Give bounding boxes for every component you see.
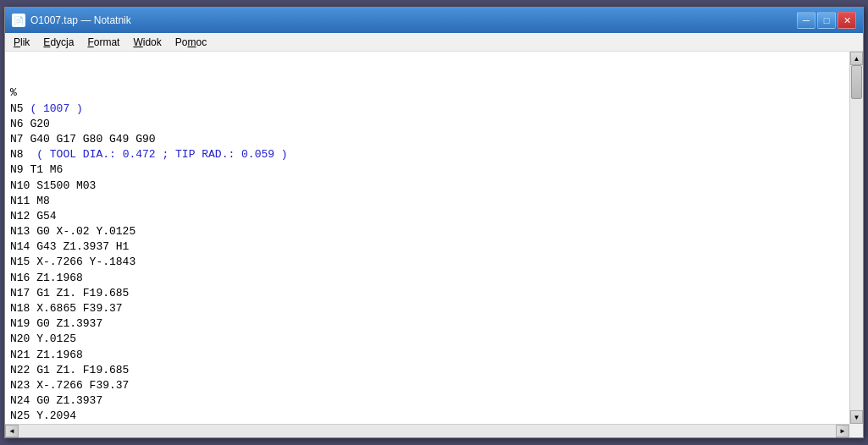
close-button[interactable]: ✕ xyxy=(838,12,856,29)
editor-line: N7 G40 G17 G80 G49 G90 xyxy=(10,132,844,147)
minimize-button[interactable]: ─ xyxy=(797,12,815,29)
menu-edycja[interactable]: Edycja xyxy=(36,33,80,51)
editor-line: % xyxy=(10,85,844,101)
editor-line: N14 G43 Z1.3937 H1 xyxy=(10,239,844,255)
editor-line: N24 G0 Z1.3937 xyxy=(10,393,844,409)
editor-line: N6 G20 xyxy=(10,117,844,132)
menu-bar: Plik Edycja Format Widok Pomoc xyxy=(5,33,863,52)
editor-line: N23 X-.7266 F39.37 xyxy=(10,378,844,393)
main-window: 📄 O1007.tap — Notatnik ─ □ ✕ Plik Edycja… xyxy=(4,7,864,438)
scroll-track-h[interactable] xyxy=(19,425,836,437)
scroll-corner xyxy=(849,424,863,437)
editor-line: N5 ( 1007 ) xyxy=(10,102,844,117)
editor-line: N22 G1 Z1. F19.685 xyxy=(10,363,844,378)
editor-line: N21 Z1.1968 xyxy=(10,348,844,363)
scroll-up-button[interactable]: ▲ xyxy=(850,52,863,65)
editor-line: N16 Z1.1968 xyxy=(10,271,844,286)
scroll-right-button[interactable]: ► xyxy=(836,425,849,437)
menu-widok[interactable]: Widok xyxy=(126,33,168,51)
editor-line: N17 G1 Z1. F19.685 xyxy=(10,286,844,301)
editor-line: N13 G0 X-.02 Y.0125 xyxy=(10,224,844,239)
menu-pomoc[interactable]: Pomoc xyxy=(169,33,213,51)
vertical-scrollbar[interactable]: ▲ ▼ xyxy=(849,52,863,424)
editor-line: N11 M8 xyxy=(10,194,844,209)
editor-line: N9 T1 M6 xyxy=(10,162,844,178)
window-title: O1007.tap — Notatnik xyxy=(30,14,131,26)
menu-format[interactable]: Format xyxy=(80,33,126,51)
editor-line: N12 G54 xyxy=(10,209,844,224)
editor-line: N19 G0 Z1.3937 xyxy=(10,316,844,332)
menu-plik[interactable]: Plik xyxy=(7,33,36,51)
horizontal-scrollbar[interactable]: ◄ ► xyxy=(5,424,849,437)
editor-line: N18 X.6865 F39.37 xyxy=(10,301,844,316)
title-bar-buttons: ─ □ ✕ xyxy=(797,12,856,29)
editor-line: N20 Y.0125 xyxy=(10,332,844,347)
content-area: %N5 ( 1007 )N6 G20N7 G40 G17 G80 G49 G90… xyxy=(5,52,863,424)
editor-line: N15 X-.7266 Y-.1843 xyxy=(10,255,844,270)
maximize-button[interactable]: □ xyxy=(817,12,836,29)
scroll-track-v[interactable] xyxy=(850,65,863,410)
window-icon: 📄 xyxy=(12,14,25,27)
editor-line: N25 Y.2094 xyxy=(10,409,844,424)
scroll-thumb-v[interactable] xyxy=(851,65,862,99)
scroll-down-button[interactable]: ▼ xyxy=(850,410,863,424)
scroll-left-button[interactable]: ◄ xyxy=(5,425,19,437)
editor-line: N8 ( TOOL DIA.: 0.472 ; TIP RAD.: 0.059 … xyxy=(10,147,844,162)
title-bar: 📄 O1007.tap — Notatnik ─ □ ✕ xyxy=(5,8,863,33)
editor-line: N10 S1500 M03 xyxy=(10,179,844,194)
title-bar-left: 📄 O1007.tap — Notatnik xyxy=(12,14,131,27)
bottom-bar: ◄ ► xyxy=(5,424,863,437)
text-editor[interactable]: %N5 ( 1007 )N6 G20N7 G40 G17 G80 G49 G90… xyxy=(5,52,849,424)
